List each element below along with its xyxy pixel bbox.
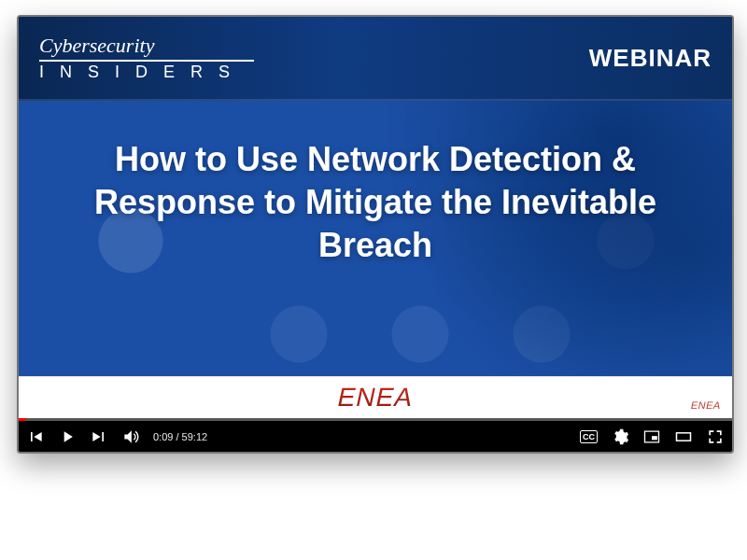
webinar-label: WEBINAR [589,44,712,73]
captions-button[interactable]: CC [580,430,598,443]
sponsor-logo-small: ENEA [690,399,723,411]
player-controls: 0:09 / 59:12 CC [19,418,732,452]
brand-divider [39,60,254,62]
slide-title: How to Use Network Detection & Response … [19,101,732,267]
time-current: 0:09 [153,431,173,442]
time-display: 0:09 / 59:12 [153,431,207,442]
svg-rect-0 [652,436,657,440]
slide-header: Cybersecurity I N S I D E R S WEBINAR [19,17,732,101]
miniplayer-button[interactable] [642,427,661,446]
progress-bar[interactable] [19,418,26,421]
brand-line2: I N S I D E R S [39,63,254,81]
volume-button[interactable] [121,427,140,446]
settings-button[interactable] [611,427,629,446]
next-button[interactable] [90,427,108,446]
brand-block: Cybersecurity I N S I D E R S [39,35,254,81]
theater-button[interactable] [674,427,693,446]
video-area[interactable]: Cybersecurity I N S I D E R S WEBINAR Ho… [19,17,732,418]
brand-line1: Cybersecurity [39,35,254,56]
fullscreen-button[interactable] [706,427,725,446]
svg-rect-1 [677,432,691,440]
video-player-card: Cybersecurity I N S I D E R S WEBINAR Ho… [17,15,734,454]
time-duration: 59:12 [182,431,208,442]
sponsor-strip: ENEA [19,376,732,418]
previous-button[interactable] [26,427,45,446]
sponsor-logo: ENEA [334,383,416,413]
play-button[interactable] [58,427,77,446]
